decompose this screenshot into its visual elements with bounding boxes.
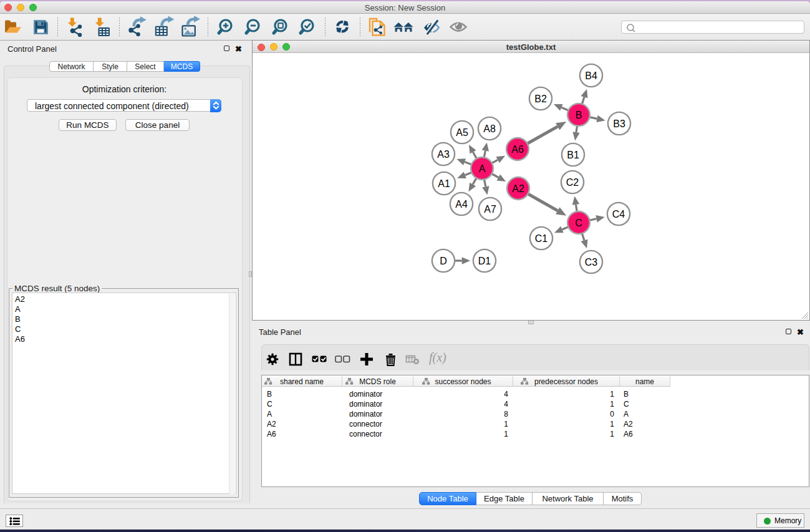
svg-text:C1: C1	[535, 233, 548, 244]
svg-text:B3: B3	[613, 118, 625, 129]
svg-text:C3: C3	[585, 257, 598, 268]
svg-text:A1: A1	[438, 178, 450, 189]
svg-text:A: A	[479, 163, 486, 174]
svg-text:D: D	[440, 256, 447, 266]
svg-text:C4: C4	[612, 209, 625, 220]
svg-text:B1: B1	[567, 150, 579, 160]
svg-text:A8: A8	[483, 123, 496, 134]
svg-text:A4: A4	[455, 199, 468, 210]
svg-text:A2: A2	[512, 183, 524, 194]
svg-text:B2: B2	[534, 94, 547, 104]
svg-text:A3: A3	[437, 149, 450, 160]
svg-text:B4: B4	[585, 70, 597, 81]
svg-text:B: B	[576, 110, 582, 120]
svg-text:A6: A6	[511, 144, 524, 155]
svg-text:A5: A5	[456, 127, 468, 138]
svg-text:C: C	[575, 218, 582, 228]
svg-text:D1: D1	[478, 256, 491, 266]
svg-text:C2: C2	[566, 177, 579, 188]
svg-text:A7: A7	[484, 204, 496, 215]
